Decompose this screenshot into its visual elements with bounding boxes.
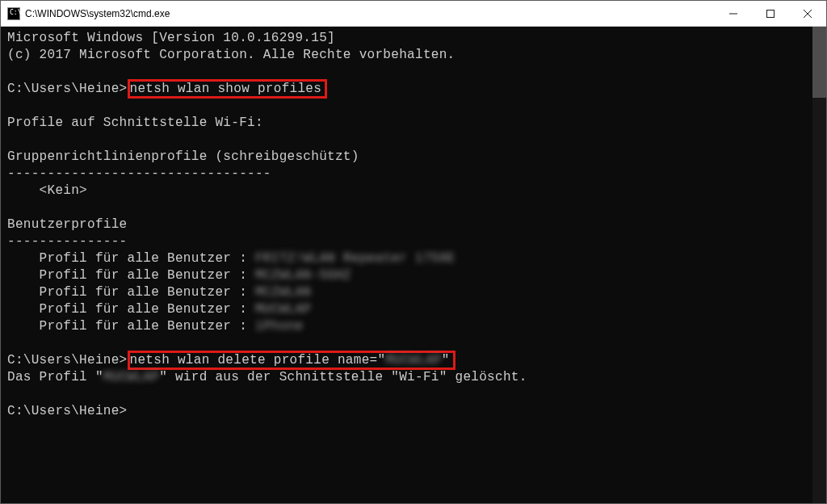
profile-row: Profil für alle Benutzer : iPhone <box>7 319 303 334</box>
maximize-button[interactable] <box>752 1 789 27</box>
cmd-window: C:\ C:\WINDOWS\system32\cmd.exe Microsof… <box>0 0 827 504</box>
terminal-output[interactable]: Microsoft Windows [Version 10.0.16299.15… <box>1 27 812 503</box>
output-line: Profile auf Schnittstelle Wi-Fi: <box>7 116 263 130</box>
profile-row: Profil für alle Benutzer : MCZWLAN <box>7 285 311 300</box>
prompt: C:\Users\Heine> <box>7 82 128 96</box>
banner-line: Microsoft Windows [Version 10.0.16299.15… <box>7 31 335 45</box>
cmd-icon: C:\ <box>7 7 20 20</box>
highlight-command-1: netsh wlan show profiles <box>128 79 328 99</box>
output-line: <Kein> <box>7 183 87 198</box>
output-line: Das Profil "MUCWLAP" wird aus der Schnit… <box>7 370 527 384</box>
vertical-scrollbar[interactable] <box>812 27 826 503</box>
output-line: --------------- <box>7 234 128 249</box>
window-title: C:\WINDOWS\system32\cmd.exe <box>25 8 715 19</box>
scrollbar-thumb[interactable] <box>812 27 826 98</box>
terminal-area: Microsoft Windows [Version 10.0.16299.15… <box>1 27 826 503</box>
svg-rect-0 <box>767 10 775 18</box>
close-button[interactable] <box>789 1 826 27</box>
output-line: --------------------------------- <box>7 166 271 181</box>
output-line: Gruppenrichtlinienprofile (schreibgeschü… <box>7 149 359 164</box>
profile-row: Profil für alle Benutzer : MUCWLAP <box>7 302 311 317</box>
titlebar[interactable]: C:\ C:\WINDOWS\system32\cmd.exe <box>1 1 826 27</box>
banner-line: (c) 2017 Microsoft Corporation. Alle Rec… <box>7 48 455 62</box>
profile-row: Profil für alle Benutzer : FRITZ!WLAN Re… <box>7 251 455 266</box>
minimize-button[interactable] <box>715 1 752 27</box>
prompt: C:\Users\Heine> <box>7 353 128 368</box>
highlight-command-2: netsh wlan delete profile name="MUCWLAP" <box>128 351 455 370</box>
window-controls <box>715 1 826 26</box>
prompt: C:\Users\Heine> <box>7 404 128 418</box>
profile-row: Profil für alle Benutzer : MCZWLAN-5GHZ <box>7 268 351 283</box>
output-line: Benutzerprofile <box>7 217 128 232</box>
